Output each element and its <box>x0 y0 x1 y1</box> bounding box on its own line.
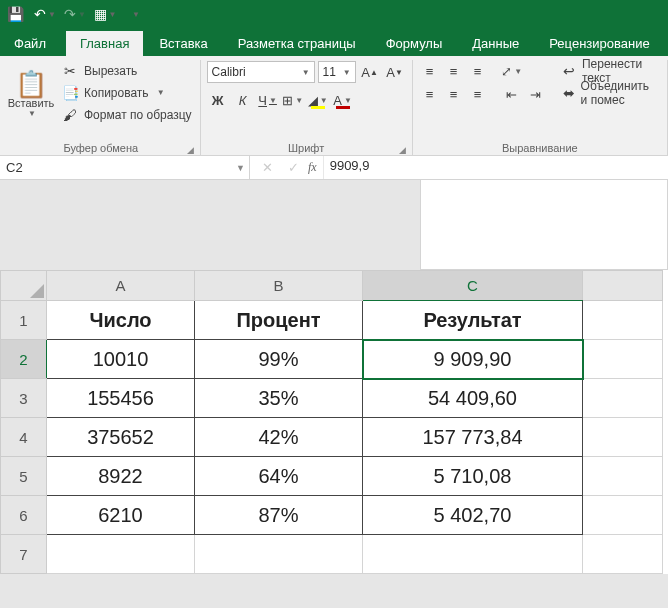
row-header-2[interactable]: 2 <box>1 340 47 379</box>
format-painter-label: Формат по образцу <box>84 108 192 122</box>
formula-input[interactable]: 9909,9 <box>323 156 583 179</box>
save-icon[interactable]: 💾 <box>4 3 26 25</box>
decrease-indent-icon[interactable]: ⇤ <box>501 83 523 105</box>
font-color-button[interactable]: A▼ <box>332 89 354 111</box>
cancel-icon[interactable]: ✕ <box>256 157 278 179</box>
col-header-C[interactable]: C <box>363 271 583 301</box>
cell-A4[interactable]: 375652 <box>47 418 195 457</box>
increase-font-icon[interactable]: A▲ <box>359 61 381 83</box>
col-header-A[interactable]: A <box>47 271 195 301</box>
cell-D4[interactable] <box>583 418 663 457</box>
col-header-B[interactable]: B <box>195 271 363 301</box>
cell-C6[interactable]: 5 402,70 <box>363 496 583 535</box>
cell-A1[interactable]: Число <box>47 301 195 340</box>
chevron-down-icon: ▼ <box>236 163 245 173</box>
cell-C7[interactable] <box>363 535 583 574</box>
align-bottom-icon[interactable]: ≡ <box>467 60 489 82</box>
tab-page-layout[interactable]: Разметка страницы <box>224 31 370 56</box>
select-all-corner[interactable] <box>1 271 47 301</box>
chevron-down-icon: ▼ <box>157 88 165 97</box>
group-clipboard: 📋 Вставить ▼ ✂ Вырезать 📑 Копировать ▼ 🖌… <box>2 60 201 155</box>
name-box-value: C2 <box>6 160 23 175</box>
tab-file[interactable]: Файл <box>4 31 64 56</box>
fill-color-button[interactable]: ◢▼ <box>307 89 329 111</box>
tab-formulas[interactable]: Формулы <box>372 31 457 56</box>
row-header-7[interactable]: 7 <box>1 535 47 574</box>
tab-review[interactable]: Рецензирование <box>535 31 663 56</box>
underline-button[interactable]: Ч▼ <box>257 89 279 111</box>
row-header-6[interactable]: 6 <box>1 496 47 535</box>
undo-icon[interactable]: ↶▼ <box>34 3 56 25</box>
cell-A3[interactable]: 155456 <box>47 379 195 418</box>
tab-data[interactable]: Данные <box>458 31 533 56</box>
paste-button[interactable]: 📋 Вставить ▼ <box>8 60 54 128</box>
cell-C3[interactable]: 54 409,60 <box>363 379 583 418</box>
group-title-clipboard: Буфер обмена ◢ <box>8 141 194 155</box>
group-title-alignment: Выравнивание <box>419 141 661 155</box>
align-top-icon[interactable]: ≡ <box>419 60 441 82</box>
tab-home[interactable]: Главная <box>66 31 143 56</box>
qat-custom-icon[interactable]: ▦▼ <box>94 3 116 25</box>
cell-B5[interactable]: 64% <box>195 457 363 496</box>
copy-label: Копировать <box>84 86 149 100</box>
cell-B4[interactable]: 42% <box>195 418 363 457</box>
align-center-icon[interactable]: ≡ <box>443 83 465 105</box>
cell-B7[interactable] <box>195 535 363 574</box>
qat-dropdown-icon[interactable]: ▼ <box>124 3 146 25</box>
cell-B2[interactable]: 99% <box>195 340 363 379</box>
chevron-down-icon: ▼ <box>302 68 310 77</box>
fx-icon[interactable]: fx <box>308 160 317 175</box>
row-header-1[interactable]: 1 <box>1 301 47 340</box>
orientation-button[interactable]: ⤢▼ <box>501 60 523 82</box>
cell-B1[interactable]: Процент <box>195 301 363 340</box>
tab-insert[interactable]: Вставка <box>145 31 221 56</box>
cell-A2[interactable]: 10010 <box>47 340 195 379</box>
italic-button[interactable]: К <box>232 89 254 111</box>
group-alignment: ≡ ≡ ≡ ⤢▼ ≡ ≡ ≡ ⇤ ⇥ ↩ Перенес <box>413 60 668 155</box>
cell-C1[interactable]: Результат <box>363 301 583 340</box>
formula-value: 9909,9 <box>330 158 370 173</box>
borders-button[interactable]: ⊞▼ <box>282 89 304 111</box>
align-right-icon[interactable]: ≡ <box>467 83 489 105</box>
cell-C4[interactable]: 157 773,84 <box>363 418 583 457</box>
row-header-5[interactable]: 5 <box>1 457 47 496</box>
cell-D5[interactable] <box>583 457 663 496</box>
copy-button[interactable]: 📑 Копировать ▼ <box>60 82 194 103</box>
cell-C2[interactable]: 9 909,90 <box>363 340 583 379</box>
merge-button[interactable]: ⬌ Объединить и помес <box>561 82 661 103</box>
cell-B3[interactable]: 35% <box>195 379 363 418</box>
cell-A6[interactable]: 6210 <box>47 496 195 535</box>
cell-B6[interactable]: 87% <box>195 496 363 535</box>
name-box[interactable]: C2 ▼ <box>0 156 250 179</box>
cell-D2[interactable] <box>583 340 663 379</box>
font-size-combo[interactable]: 11 ▼ <box>318 61 356 83</box>
cut-button[interactable]: ✂ Вырезать <box>60 60 194 81</box>
cell-A7[interactable] <box>47 535 195 574</box>
chevron-down-icon: ▼ <box>28 109 36 118</box>
cut-label: Вырезать <box>84 64 137 78</box>
col-header-D[interactable] <box>583 271 663 301</box>
cell-D1[interactable] <box>583 301 663 340</box>
worksheet-grid[interactable]: ABC 1ЧислоПроцентРезультат21001099%9 909… <box>0 270 668 574</box>
chevron-down-icon: ▼ <box>343 68 351 77</box>
cell-D7[interactable] <box>583 535 663 574</box>
cell-C5[interactable]: 5 710,08 <box>363 457 583 496</box>
align-left-icon[interactable]: ≡ <box>419 83 441 105</box>
cell-D3[interactable] <box>583 379 663 418</box>
format-painter-button[interactable]: 🖌 Формат по образцу <box>60 104 194 125</box>
bold-button[interactable]: Ж <box>207 89 229 111</box>
row-header-3[interactable]: 3 <box>1 379 47 418</box>
row-header-4[interactable]: 4 <box>1 418 47 457</box>
quick-access-toolbar: 💾 ↶▼ ↷▼ ▦▼ ▼ <box>0 0 668 28</box>
dialog-launcher-icon[interactable]: ◢ <box>187 145 194 155</box>
align-middle-icon[interactable]: ≡ <box>443 60 465 82</box>
increase-indent-icon[interactable]: ⇥ <box>525 83 547 105</box>
font-name-combo[interactable]: Calibri ▼ <box>207 61 315 83</box>
cell-D6[interactable] <box>583 496 663 535</box>
redo-icon[interactable]: ↷▼ <box>64 3 86 25</box>
confirm-icon[interactable]: ✓ <box>282 157 304 179</box>
dialog-launcher-icon[interactable]: ◢ <box>399 145 406 155</box>
decrease-font-icon[interactable]: A▼ <box>384 61 406 83</box>
formula-dropdown-panel <box>420 180 668 270</box>
cell-A5[interactable]: 8922 <box>47 457 195 496</box>
